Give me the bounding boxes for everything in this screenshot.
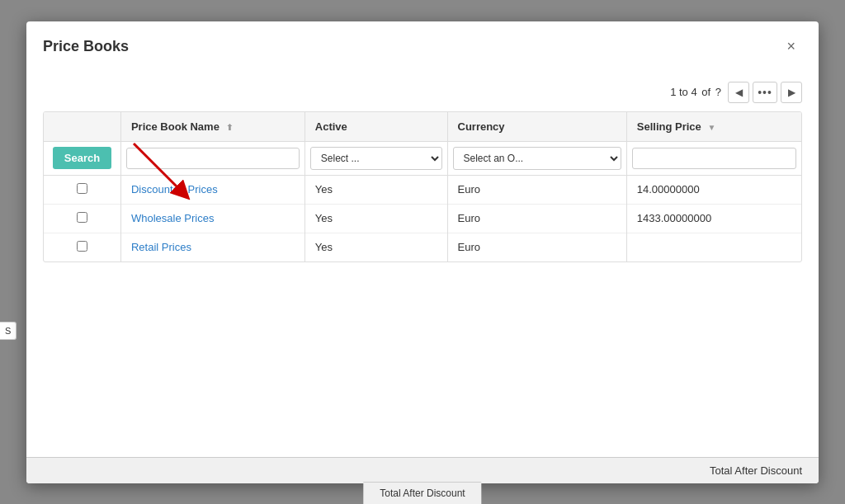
row-checkbox[interactable] [77, 212, 87, 223]
modal-title: Price Books [43, 38, 129, 55]
page-range: 1 to 4 of ? [670, 86, 721, 98]
filter-active-cell: Select ... Yes No [304, 141, 447, 175]
prev-page-button[interactable]: ◀ [728, 82, 749, 103]
row-price: 14.00000000 [626, 175, 801, 204]
bottom-bar: Total After Discount [26, 457, 819, 483]
row-checkbox-cell [44, 175, 120, 204]
filter-active-select[interactable]: Select ... Yes No [310, 147, 442, 170]
row-name-link[interactable]: Retail Prices [131, 241, 191, 253]
row-currency: Euro [447, 175, 626, 204]
table-body: Discounted PricesYesEuro14.00000000Whole… [44, 175, 801, 261]
table-header-row: Price Book Name ⬆ Active Currency Sellin… [44, 112, 801, 142]
bottom-hint: Total After Discount [363, 482, 481, 504]
modal-header: Price Books × [26, 21, 819, 68]
filter-name-input[interactable] [126, 148, 300, 169]
close-button[interactable]: × [780, 35, 802, 59]
search-button[interactable]: Search [53, 147, 111, 169]
filter-price-cell [626, 141, 801, 175]
modal: Price Books × 1 to 4 of ? ◀ ••• ▶ [26, 21, 819, 483]
row-currency: Euro [447, 204, 626, 233]
filter-price-input[interactable] [632, 148, 796, 169]
th-currency: Currency [447, 112, 626, 142]
th-checkbox [44, 112, 120, 142]
table-row[interactable]: Wholesale PricesYesEuro1433.00000000 [44, 204, 801, 233]
row-name: Wholesale Prices [120, 204, 304, 233]
total-label: Total After Discount [710, 464, 802, 477]
row-price: 1433.00000000 [626, 204, 801, 233]
row-checkbox[interactable] [77, 241, 87, 252]
sort-icon-price: ▼ [707, 123, 715, 132]
sort-icon-name: ⬆ [226, 123, 233, 132]
row-price [626, 233, 801, 261]
bottom-hint-label: Total After Discount [380, 488, 465, 499]
row-name: Retail Prices [120, 233, 304, 261]
table-filter-row: Search Select ... Yes No [44, 141, 801, 175]
modal-body: 1 to 4 of ? ◀ ••• ▶ Price Book Name [26, 68, 819, 457]
row-name: Discounted Prices [120, 175, 304, 204]
filter-check-cell: Search [44, 141, 120, 175]
next-page-button[interactable]: ▶ [781, 82, 802, 103]
row-active: Yes [304, 233, 447, 261]
th-name: Price Book Name ⬆ [120, 112, 304, 142]
row-active: Yes [304, 204, 447, 233]
row-active: Yes [304, 175, 447, 204]
th-active: Active [304, 112, 447, 142]
side-hint-label: S [5, 326, 11, 336]
row-checkbox-cell [44, 204, 120, 233]
row-checkbox-cell [44, 233, 120, 261]
row-checkbox[interactable] [77, 183, 87, 194]
filter-name-cell [120, 141, 304, 175]
row-currency: Euro [447, 233, 626, 261]
pagination-row: 1 to 4 of ? ◀ ••• ▶ [43, 77, 802, 111]
table-row[interactable]: Discounted PricesYesEuro14.00000000 [44, 175, 801, 204]
filter-currency-cell: Select an O... Euro USD [447, 141, 626, 175]
more-pages-button[interactable]: ••• [753, 82, 777, 103]
th-price: Selling Price ▼ [626, 112, 801, 142]
price-books-table: Price Book Name ⬆ Active Currency Sellin… [43, 111, 802, 262]
filter-currency-select[interactable]: Select an O... Euro USD [453, 147, 621, 170]
side-hint: S [0, 322, 17, 340]
row-name-link[interactable]: Discounted Prices [131, 183, 218, 195]
table-row[interactable]: Retail PricesYesEuro [44, 233, 801, 261]
row-name-link[interactable]: Wholesale Prices [131, 212, 214, 224]
